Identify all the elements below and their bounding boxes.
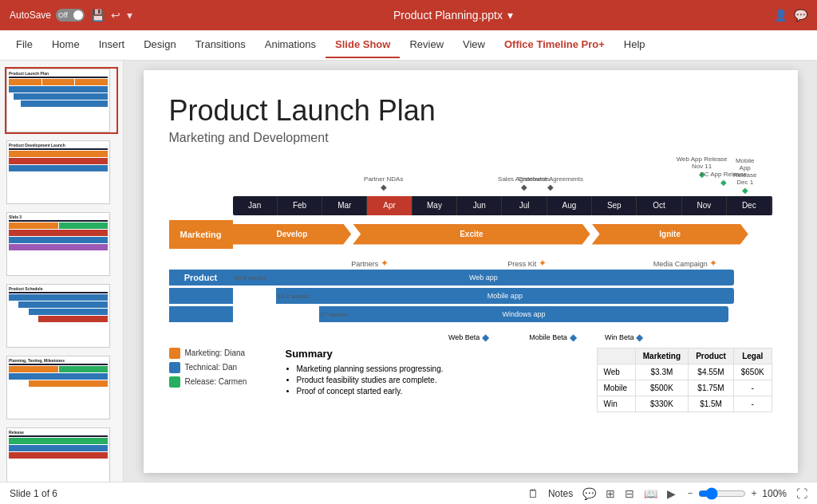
month-dec: Dec	[727, 196, 772, 215]
webapp-bar: 45.6 weeks Web app	[233, 270, 735, 285]
winapp-row: 27 weeks Windows app	[169, 306, 772, 322]
milestone-mobilebeta: Mobile Beta ◆	[529, 332, 577, 343]
marketing-label: Marketing	[169, 220, 233, 249]
zoom-out-icon[interactable]: －	[685, 486, 695, 500]
winapp-bar-area: 27 weeks Windows app	[233, 306, 772, 322]
partners-icon: ✦	[381, 258, 389, 269]
autosave-toggle[interactable]: Off	[56, 9, 85, 22]
month-may: May	[412, 196, 457, 215]
autosave-area[interactable]: AutoSave Off	[10, 9, 85, 22]
canvas-area[interactable]: Product Launch Plan Marketing and Develo…	[124, 61, 817, 482]
slide-title: Product Launch Plan	[169, 94, 772, 128]
col-header-marketing: Marketing	[635, 348, 689, 364]
product-label-3	[169, 306, 233, 322]
bar-ignite: Ignite	[592, 224, 748, 245]
tab-insert[interactable]: Insert	[89, 32, 135, 58]
row-label-web: Web	[597, 364, 635, 380]
legend-label-technical: Technical: Dan	[185, 363, 238, 372]
row-label-win: Win	[597, 396, 635, 411]
undo-icon[interactable]: ↩	[111, 9, 120, 22]
slide-thumb-3[interactable]: 3 Slide 3	[5, 211, 118, 278]
table-body: Web $3.3M $4.55M $650K Mobile $500K $1.7…	[597, 364, 772, 411]
tab-view[interactable]: View	[453, 32, 495, 58]
summary-item-3: Proof of concept started early.	[297, 387, 584, 396]
winapp-bar: 27 weeks Windows app	[319, 306, 729, 322]
month-bar: Jan Feb Mar Apr May Jun Jul Aug Sep Oct …	[233, 196, 772, 215]
annotations-row: Partner NDAs Sales Agreements Distributo…	[233, 155, 772, 195]
presskit-icon: ✦	[539, 258, 547, 269]
tab-officetimeline[interactable]: Office Timeline Pro+	[495, 32, 614, 58]
tab-file[interactable]: File	[6, 32, 42, 58]
row-web-product: $4.55M	[689, 364, 734, 380]
product-milestones-row: Web Beta ◆ Mobile Beta ◆ Win Beta ◆	[233, 324, 772, 340]
tab-home[interactable]: Home	[42, 32, 89, 58]
row-win-product: $1.5M	[689, 396, 734, 411]
zoom-level: 100%	[762, 488, 787, 499]
product-label-area-3	[169, 306, 233, 322]
zoom-slider[interactable]	[698, 487, 746, 500]
summary-list: Marketing planning sessions progressing.…	[286, 364, 584, 396]
month-nov: Nov	[682, 196, 727, 215]
month-jun: Jun	[457, 196, 502, 215]
tab-transitions[interactable]: Transitions	[186, 32, 255, 58]
slideshow-icon[interactable]: ▶	[667, 487, 676, 500]
tab-animations[interactable]: Animations	[255, 32, 326, 58]
legend-color-release	[169, 376, 180, 388]
annotation-distributor-agreements: Distributor Agreements	[519, 175, 583, 191]
comments-icon[interactable]: 💬	[794, 9, 807, 22]
slide-preview-1: Product Launch Plan	[6, 69, 110, 132]
row-web-legal: $650K	[733, 364, 772, 380]
mobileapp-row: 34.2 weeks Mobile app	[169, 288, 772, 304]
title-bar: AutoSave Off 💾 ↩ ▾ Product Planning.pptx…	[0, 0, 817, 30]
legend: Marketing: Diana Technical: Dan Release:…	[169, 348, 273, 412]
data-table: Marketing Product Legal Web $3.3M $4.55M…	[597, 348, 772, 412]
share-icon[interactable]: 👤	[774, 9, 787, 22]
slide-thumb-4[interactable]: 4 Product Schedule	[5, 282, 118, 349]
row-label-mobile: Mobile	[597, 380, 635, 396]
product-label-2	[169, 288, 233, 304]
slide-thumb-5[interactable]: 5 Planning, Testing, Milestones	[5, 354, 118, 421]
mobileapp-bar: 34.2 weeks Mobile app	[276, 288, 735, 304]
slide-thumb-1[interactable]: 1 Product Launch Plan	[5, 67, 118, 134]
legend-release: Release: Carmen	[169, 376, 273, 388]
tab-help[interactable]: Help	[614, 32, 655, 58]
fit-to-window-icon[interactable]: ⛶	[796, 487, 807, 500]
milestone-presskit: Press Kit ✦	[507, 258, 547, 269]
product-label: Product	[169, 270, 233, 285]
slide-info: Slide 1 of 6	[10, 488, 57, 499]
zoom-in-icon[interactable]: ＋	[749, 486, 759, 500]
table-header-row: Marketing Product Legal	[597, 348, 772, 364]
zoom-area: － ＋ 100%	[685, 486, 787, 500]
autosave-knob	[73, 10, 83, 20]
summary-item-1: Marketing planning sessions progressing.	[297, 364, 584, 373]
notes-icon[interactable]: 🗒	[527, 487, 539, 500]
slide-thumb-6[interactable]: 6 Release	[5, 426, 118, 482]
legend-label-marketing: Marketing: Diana	[185, 348, 246, 357]
tab-design[interactable]: Design	[134, 32, 185, 58]
table-row-web: Web $3.3M $4.55M $650K	[597, 364, 772, 380]
col-header-product: Product	[689, 348, 734, 364]
comments-panel-icon[interactable]: 💬	[582, 487, 596, 500]
slide-panel[interactable]: 1 Product Launch Plan	[0, 61, 124, 482]
status-bar: Slide 1 of 6 🗒 Notes 💬 ⊞ ⊟ 📖 ▶ － ＋ 100% …	[0, 482, 817, 504]
marketing-milestones-row: Partners ✦ Press Kit ✦ Media Campaign ✦	[233, 249, 772, 266]
slide-thumb-2[interactable]: 2 Product Development Launch	[5, 139, 118, 206]
legend-color-marketing	[169, 348, 180, 359]
month-sep: Sep	[592, 196, 637, 215]
dropdown-icon[interactable]: ▾	[127, 9, 132, 22]
normal-view-icon[interactable]: ⊞	[606, 487, 615, 500]
tab-review[interactable]: Review	[400, 32, 453, 58]
title-bar-center: Product Planning.pptx ▾	[132, 9, 774, 22]
save-icon[interactable]: 💾	[91, 9, 105, 22]
slide-sorter-icon[interactable]: ⊟	[625, 487, 634, 500]
webbeta-diamond: ◆	[482, 332, 489, 343]
reading-view-icon[interactable]: 📖	[644, 487, 657, 500]
slide-preview-5: Planning, Testing, Milestones	[6, 356, 110, 419]
notes-label[interactable]: Notes	[548, 488, 573, 499]
tab-slideshow[interactable]: Slide Show	[326, 32, 400, 58]
month-feb: Feb	[278, 196, 322, 215]
filename-dropdown[interactable]: ▾	[507, 9, 513, 22]
slide-preview-6: Release	[6, 427, 110, 482]
col-header-name	[597, 348, 635, 364]
mobileapp-weeks: 34.2 weeks	[278, 292, 310, 299]
